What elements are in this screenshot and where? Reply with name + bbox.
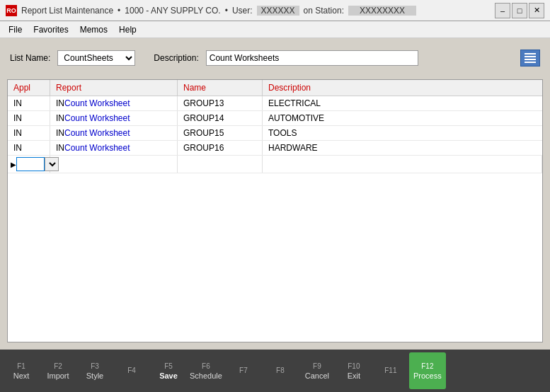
user-label: User: <box>232 6 253 16</box>
f9-key-label: F9 <box>313 362 321 370</box>
svg-rect-1 <box>525 56 536 57</box>
menu-favorites[interactable]: Favorites <box>28 23 74 36</box>
new-row-indicator-cell: ▶ <box>8 156 50 173</box>
list-name-select[interactable]: CountSheets <box>57 50 135 66</box>
f12-label: Process <box>413 371 442 380</box>
f6-key-label: F6 <box>202 362 210 370</box>
col-header-description: Description <box>263 80 542 96</box>
f10-label: Exit <box>348 371 360 380</box>
maximize-button[interactable]: □ <box>512 3 527 18</box>
cell-appl-4: IN <box>8 141 50 155</box>
f1-label: Next <box>13 371 30 380</box>
station-name: XXXXXXXX <box>348 6 416 16</box>
table-row[interactable]: IN IN Count Worksheet GROUP13 ELECTRICAL <box>8 96 542 111</box>
title-bar: RO Report List Maintenance • 1000 - ANY … <box>0 0 550 21</box>
new-row-report-cell <box>50 156 178 173</box>
close-button[interactable]: ✕ <box>529 3 544 18</box>
new-row-appl-input[interactable] <box>16 157 45 171</box>
f9-button[interactable]: F9 Cancel <box>299 352 336 389</box>
svg-rect-3 <box>525 62 536 63</box>
f9-label: Cancel <box>305 371 329 380</box>
description-input[interactable] <box>206 50 418 66</box>
new-row-name-cell <box>178 156 263 173</box>
col-header-appl: Appl <box>8 80 50 96</box>
cell-report-3: IN Count Worksheet <box>50 126 178 140</box>
f12-key-label: F12 <box>421 362 433 370</box>
footer: F1 Next F2 Import F3 Style F4 F5 Save F6… <box>0 350 550 392</box>
f5-button[interactable]: F5 Save <box>150 352 187 389</box>
data-table: Appl Report Name Description IN IN Count… <box>7 79 543 342</box>
f7-key-label: F7 <box>239 367 248 374</box>
menu-file[interactable]: File <box>3 23 28 36</box>
f3-button[interactable]: F3 Style <box>76 352 113 389</box>
table-row[interactable]: IN IN Count Worksheet GROUP14 AUTOMOTIVE <box>8 111 542 126</box>
cell-appl-2: IN <box>8 111 50 125</box>
f5-label: Save <box>159 371 178 380</box>
f8-button[interactable]: F8 <box>262 352 299 389</box>
app-icon: RO <box>6 5 17 16</box>
col-header-report: Report <box>50 80 178 96</box>
f2-label: Import <box>47 371 69 380</box>
new-row: ▶ <box>8 156 542 173</box>
cell-name-1: GROUP13 <box>178 96 263 110</box>
col-header-name: Name <box>178 80 263 96</box>
separator2: • <box>225 6 228 16</box>
list-name-label: List Name: <box>10 53 50 63</box>
f4-key-label: F4 <box>127 367 136 374</box>
f2-key-label: F2 <box>54 362 62 370</box>
user-name: XXXXXX <box>257 6 299 16</box>
cell-name-2: GROUP14 <box>178 111 263 125</box>
table-row[interactable]: IN IN Count Worksheet GROUP16 HARDWARE <box>8 141 542 156</box>
main-content: List Name: CountSheets Description: Appl… <box>0 38 550 350</box>
menu-memos[interactable]: Memos <box>74 23 113 36</box>
f12-button[interactable]: F12 Process <box>409 352 446 389</box>
f5-key-label: F5 <box>164 362 173 370</box>
f10-key-label: F10 <box>348 362 360 370</box>
cell-report-2: IN Count Worksheet <box>50 111 178 125</box>
cell-report-4: IN Count Worksheet <box>50 141 178 155</box>
svg-rect-2 <box>525 59 536 60</box>
cell-appl-1: IN <box>8 96 50 110</box>
description-label: Description: <box>154 53 198 63</box>
title-bar-controls: – □ ✕ <box>495 3 544 18</box>
f10-button[interactable]: F10 Exit <box>336 352 372 389</box>
table-header: Appl Report Name Description <box>8 80 542 96</box>
f11-key-label: F11 <box>384 367 396 374</box>
cell-name-3: GROUP15 <box>178 126 263 140</box>
cell-desc-1: ELECTRICAL <box>263 96 542 110</box>
cell-appl-3: IN <box>8 126 50 140</box>
company-name: 1000 - ANY SUPPLY CO. <box>125 6 220 16</box>
cell-name-4: GROUP16 <box>178 141 263 155</box>
cell-desc-2: AUTOMOTIVE <box>263 111 542 125</box>
f2-button[interactable]: F2 Import <box>40 352 76 389</box>
f6-button[interactable]: F6 Schedule <box>187 352 225 389</box>
f7-button[interactable]: F7 <box>225 352 262 389</box>
title-bar-left: RO Report List Maintenance • 1000 - ANY … <box>6 5 416 16</box>
cell-desc-4: HARDWARE <box>263 141 542 155</box>
table-body: IN IN Count Worksheet GROUP13 ELECTRICAL… <box>8 96 542 342</box>
table-row[interactable]: IN IN Count Worksheet GROUP15 TOOLS <box>8 126 542 141</box>
f1-key-label: F1 <box>17 362 25 370</box>
f4-button[interactable]: F4 <box>113 352 150 389</box>
f1-button[interactable]: F1 Next <box>3 352 40 389</box>
app-name: Report List Maintenance <box>21 6 113 16</box>
list-icon-button[interactable] <box>520 50 540 67</box>
menu-bar: File Favorites Memos Help <box>0 21 550 38</box>
f3-label: Style <box>86 371 103 380</box>
menu-help[interactable]: Help <box>113 23 142 36</box>
svg-rect-0 <box>525 53 536 54</box>
form-header: List Name: CountSheets Description: <box>7 45 543 71</box>
f8-key-label: F8 <box>276 367 285 374</box>
cell-desc-3: TOOLS <box>263 126 542 140</box>
new-row-arrow: ▶ <box>11 161 16 168</box>
cell-report-1: IN Count Worksheet <box>50 96 178 110</box>
f3-key-label: F3 <box>91 362 99 370</box>
f11-button[interactable]: F11 <box>372 352 409 389</box>
separator1: • <box>118 6 120 16</box>
minimize-button[interactable]: – <box>495 3 510 18</box>
f6-label: Schedule <box>190 371 222 380</box>
new-row-desc-cell <box>263 156 542 173</box>
station-label: on Station: <box>304 6 344 16</box>
